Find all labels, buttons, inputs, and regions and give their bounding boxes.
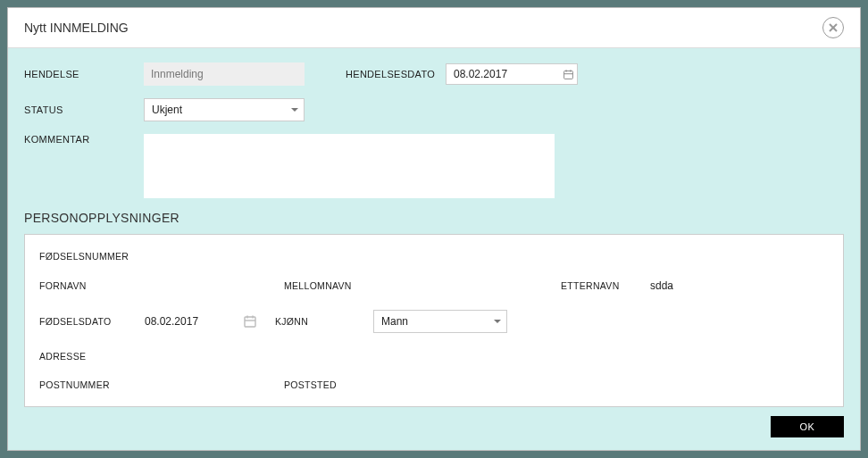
fodselsdato-label: FØDSELSDATO (39, 316, 145, 327)
kommentar-textarea[interactable] (144, 134, 555, 198)
status-value: Ukjent (152, 104, 182, 116)
hendelsesdato-field[interactable] (446, 63, 578, 85)
close-icon (829, 23, 838, 32)
postnummer-label: POSTNUMMER (39, 379, 145, 390)
svg-rect-6 (245, 317, 255, 327)
close-button[interactable] (822, 17, 844, 38)
adresse-label: ADRESSE (39, 351, 145, 362)
person-panel: FØDSELSNUMMER FORNAVN MELLOMNAVN ETTERNA… (24, 234, 844, 407)
fodselsnummer-label: FØDSELSNUMMER (39, 251, 145, 262)
kjonn-label: KJØNN (275, 316, 373, 327)
mellomnavn-label: MELLOMNAVN (284, 280, 382, 291)
modal-body: HENDELSE HENDELSESDATO STATUS Ukjent KOM… (8, 48, 860, 409)
chevron-down-icon (494, 320, 501, 323)
ok-button[interactable]: OK (771, 416, 844, 437)
modal-header: Nytt INNMELDING (8, 8, 860, 48)
hendelse-input (144, 62, 305, 86)
hendelsesdato-label: HENDELSESDATO (346, 69, 446, 79)
status-label: STATUS (24, 104, 144, 115)
etternavn-value: sdda (650, 279, 673, 292)
modal-dialog: Nytt INNMELDING HENDELSE HENDELSESDATO S… (7, 7, 861, 451)
hendelse-label: HENDELSE (24, 69, 144, 79)
status-dropdown[interactable]: Ukjent (144, 98, 305, 121)
calendar-icon[interactable] (241, 312, 259, 330)
hendelsesdato-input[interactable] (446, 63, 578, 85)
chevron-down-icon (291, 108, 298, 112)
poststed-label: POSTSTED (284, 379, 382, 390)
kjonn-dropdown[interactable]: Mann (373, 310, 507, 333)
modal-footer: OK (8, 409, 860, 450)
etternavn-label: ETTERNAVN (561, 280, 650, 291)
fornavn-label: FORNAVN (39, 280, 145, 291)
kommentar-label: KOMMENTAR (24, 134, 144, 145)
kjonn-value: Mann (381, 315, 408, 328)
modal-title: Nytt INNMELDING (24, 21, 129, 35)
section-title: PERSONOPPLYSNINGER (24, 211, 844, 225)
fodselsdato-value: 08.02.2017 (145, 315, 241, 328)
